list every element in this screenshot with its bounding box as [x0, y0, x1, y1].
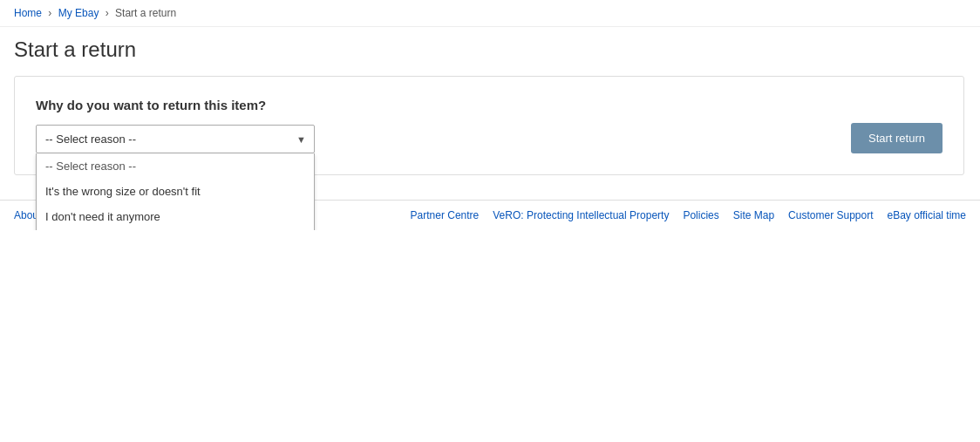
reason-select-wrapper: -- Select reason -- It's the wrong size …	[36, 125, 315, 153]
breadcrumb-sep-2: ›	[105, 7, 109, 19]
main-content: Why do you want to return this item? -- …	[0, 69, 980, 182]
return-question: Why do you want to return this item?	[36, 98, 943, 112]
reason-select[interactable]: -- Select reason -- It's the wrong size …	[36, 125, 315, 153]
page-title: Start a return	[14, 37, 966, 62]
breadcrumb-sep-1: ›	[48, 7, 51, 19]
breadcrumb-home[interactable]: Home	[14, 7, 42, 19]
footer-site-map[interactable]: Site Map	[733, 209, 774, 221]
start-return-button[interactable]: Start return	[851, 123, 943, 153]
footer-policies[interactable]: Policies	[683, 209, 718, 221]
footer-customer-support[interactable]: Customer Support	[788, 209, 873, 221]
dropdown-open: -- Select reason -- It's the wrong size …	[36, 153, 315, 230]
footer-links: Partner Centre VeRO: Protecting Intellec…	[411, 209, 966, 221]
dropdown-option-wrong-size[interactable]: It's the wrong size or doesn't fit	[37, 179, 314, 204]
breadcrumb-current: Start a return	[115, 7, 176, 19]
footer-partner-centre[interactable]: Partner Centre	[411, 209, 480, 221]
breadcrumb: Home › My Ebay › Start a return	[0, 0, 980, 27]
breadcrumb-myebay[interactable]: My Ebay	[58, 7, 99, 19]
dropdown-option-dont-need[interactable]: I don't need it anymore	[37, 204, 314, 229]
footer-vero[interactable]: VeRO: Protecting Intellectual Property	[493, 209, 669, 221]
page-title-section: Start a return	[0, 27, 980, 69]
dropdown-option-placeholder[interactable]: -- Select reason --	[37, 153, 314, 179]
footer-official-time[interactable]: eBay official time	[888, 209, 967, 221]
dropdown-option-better-price[interactable]: I found a better price elsewhere	[37, 229, 314, 230]
return-card: Why do you want to return this item? -- …	[14, 76, 964, 175]
